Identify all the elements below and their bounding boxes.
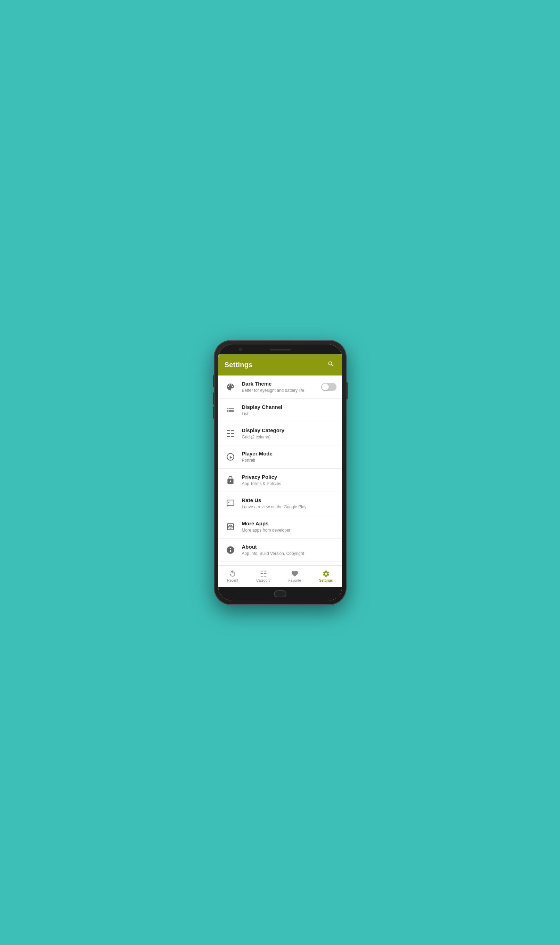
palette-icon — [224, 380, 237, 394]
play-circle-icon — [224, 450, 237, 463]
settings-item-player-mode[interactable]: Player Mode Portrait — [218, 445, 342, 469]
nav-item-category[interactable]: Category — [253, 568, 274, 584]
dark-theme-text: Dark Theme Better for eyesight and batte… — [242, 380, 321, 393]
more-apps-subtitle: More apps from developer — [242, 528, 337, 533]
favorite-icon — [291, 570, 298, 577]
display-channel-text: Display Channel List — [242, 404, 337, 417]
info-icon — [224, 543, 237, 557]
lock-icon — [224, 474, 237, 487]
recent-label: Recent — [227, 579, 238, 582]
more-apps-text: More Apps More apps from developer — [242, 520, 337, 533]
about-subtitle: App Info, Build Version, Copyright — [242, 551, 337, 557]
svg-point-3 — [231, 526, 232, 527]
settings-item-privacy-policy[interactable]: Privacy Policy App Terms & Policies — [218, 469, 342, 492]
settings-item-display-category[interactable]: Display Category Grid (2 column) — [218, 422, 342, 445]
grid-icon — [224, 427, 237, 440]
dark-theme-toggle[interactable] — [321, 383, 337, 391]
rate-us-subtitle: Leave a review on the Google Play — [242, 505, 337, 510]
app-content: Settings Dark Theme — [218, 354, 342, 587]
rate-us-text: Rate Us Leave a review on the Google Pla… — [242, 497, 337, 510]
settings-item-more-apps[interactable]: More Apps More apps from developer — [218, 515, 342, 539]
about-text: About App Info, Build Version, Copyright — [242, 543, 337, 556]
category-label: Category — [256, 579, 271, 582]
settings-label: Settings — [319, 579, 333, 582]
settings-item-dark-theme[interactable]: Dark Theme Better for eyesight and batte… — [218, 376, 342, 399]
home-button — [274, 590, 286, 597]
category-icon — [260, 570, 267, 577]
dark-theme-subtitle: Better for eyesight and battery life — [242, 388, 321, 394]
settings-icon — [322, 570, 330, 577]
settings-item-rate-us[interactable]: Rate Us Leave a review on the Google Pla… — [218, 492, 342, 515]
about-title: About — [242, 543, 337, 550]
search-button[interactable] — [326, 359, 336, 371]
nav-item-recent[interactable]: Recent — [224, 568, 242, 584]
nav-item-settings[interactable]: Settings — [315, 568, 336, 584]
settings-item-display-channel[interactable]: Display Channel List — [218, 399, 342, 422]
privacy-policy-text: Privacy Policy App Terms & Policies — [242, 474, 337, 486]
dark-theme-title: Dark Theme — [242, 380, 321, 387]
player-mode-text: Player Mode Portrait — [242, 450, 337, 463]
rate-icon — [224, 497, 237, 510]
phone-speaker — [270, 349, 291, 351]
privacy-policy-title: Privacy Policy — [242, 474, 337, 480]
settings-item-about[interactable]: About App Info, Build Version, Copyright — [218, 539, 342, 562]
phone-bottom-bar — [218, 587, 342, 600]
player-mode-subtitle: Portrait — [242, 458, 337, 463]
nav-item-favorite[interactable]: Favorite — [285, 568, 305, 584]
bottom-nav: Recent Category Favorite — [218, 565, 342, 587]
favorite-label: Favorite — [289, 579, 301, 582]
rate-us-title: Rate Us — [242, 497, 337, 504]
phone-camera — [239, 348, 242, 351]
svg-point-2 — [230, 526, 231, 527]
phone-top-bar — [218, 345, 342, 354]
settings-list: Dark Theme Better for eyesight and batte… — [218, 376, 342, 565]
display-channel-title: Display Channel — [242, 404, 337, 411]
phone-device: Settings Dark Theme — [214, 340, 346, 605]
page-title: Settings — [225, 361, 253, 369]
display-category-text: Display Category Grid (2 column) — [242, 427, 337, 440]
player-mode-title: Player Mode — [242, 450, 337, 457]
list-icon — [224, 404, 237, 417]
more-apps-title: More Apps — [242, 520, 337, 527]
app-header: Settings — [218, 354, 342, 376]
svg-point-1 — [229, 526, 229, 527]
display-channel-subtitle: List — [242, 411, 337, 417]
privacy-policy-subtitle: App Terms & Policies — [242, 481, 337, 487]
recent-icon — [229, 570, 236, 577]
phone-screen: Settings Dark Theme — [218, 345, 342, 600]
display-category-title: Display Category — [242, 427, 337, 434]
display-category-subtitle: Grid (2 column) — [242, 435, 337, 440]
more-apps-icon — [224, 520, 237, 533]
